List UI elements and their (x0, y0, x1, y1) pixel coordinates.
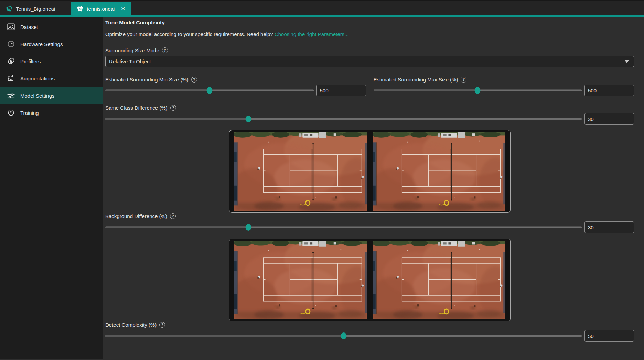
tennis-court-image (373, 241, 505, 319)
svg-text:AI: AI (8, 8, 11, 10)
slider-thumb[interactable] (245, 116, 251, 122)
close-tab-icon[interactable]: ✕ (121, 6, 125, 12)
slider-thumb[interactable] (245, 224, 251, 231)
surrounding-size-mode-select[interactable]: Relative To Object (105, 56, 634, 67)
help-icon[interactable]: ? (162, 47, 168, 53)
tab-bar: AI Tennis_Big.oneai AI tennis.oneai ✕ (0, 0, 644, 15)
slider-thumb[interactable] (341, 332, 346, 339)
help-icon[interactable]: ? (191, 77, 197, 83)
sidebar-item-hardware-settings[interactable]: Hardware Settings (0, 36, 103, 52)
background-difference-label: Background Difference (%) ? (105, 213, 634, 219)
sidebar-item-label: Dataset (20, 24, 38, 30)
tab-label: Tennis_Big.oneai (16, 6, 55, 12)
sidebar-item-label: Training (20, 110, 39, 116)
min-size-slider[interactable] (105, 87, 314, 94)
sidebar-item-dataset[interactable]: Dataset (0, 19, 103, 35)
sidebar-item-training[interactable]: Training (0, 105, 103, 121)
sliders-icon (7, 91, 15, 100)
slider-thumb[interactable] (206, 87, 212, 94)
same-class-difference-input[interactable] (584, 113, 634, 125)
page-description: Optimize your model according to your sp… (105, 31, 634, 37)
detect-complexity-input[interactable] (584, 330, 634, 342)
chevron-down-icon (625, 60, 629, 63)
sidebar: Dataset Hardware Settings Prefilters (0, 15, 103, 359)
max-size-input[interactable] (584, 85, 634, 96)
detect-complexity-slider[interactable] (105, 332, 582, 339)
slider-thumb[interactable] (475, 87, 481, 94)
filter-circles-icon (7, 57, 15, 66)
tennis-court-image (373, 132, 505, 211)
min-size-input[interactable] (316, 85, 366, 96)
surrounding-size-mode-label: Surrounding Size Mode ? (105, 47, 634, 53)
chip-icon (7, 40, 15, 48)
tab-tennis[interactable]: AI tennis.oneai ✕ (71, 2, 130, 15)
max-size-label: Estimated Surrounding Max Size (%) ? (374, 76, 634, 83)
tennis-court-image (234, 241, 367, 319)
help-icon[interactable]: ? (170, 105, 176, 111)
sidebar-item-label: Augmentations (20, 76, 55, 81)
model-settings-panel: Tune Model Complexity Optimize your mode… (103, 15, 644, 359)
sidebar-item-label: Hardware Settings (20, 41, 63, 47)
help-icon[interactable]: ? (159, 322, 165, 328)
background-difference-input[interactable] (584, 221, 634, 233)
ai-chip-icon: AI (76, 5, 84, 12)
brain-icon (7, 108, 15, 117)
background-difference-slider[interactable] (105, 224, 582, 231)
sidebar-item-augmentations[interactable]: Augmentations (0, 70, 103, 87)
sidebar-item-prefilters[interactable]: Prefilters (0, 53, 103, 69)
svg-text:AI: AI (79, 8, 82, 10)
tennis-court-image (234, 132, 367, 211)
parameters-help-link[interactable]: Choosing the right Parameters... (275, 31, 349, 37)
image-icon (7, 22, 15, 31)
help-icon[interactable]: ? (170, 213, 176, 219)
transform-icon (7, 74, 15, 83)
sidebar-item-label: Model Settings (20, 93, 54, 99)
page-title: Tune Model Complexity (105, 20, 634, 26)
selected-option: Relative To Object (109, 58, 151, 64)
help-icon[interactable]: ? (461, 77, 466, 83)
sidebar-item-label: Prefilters (20, 58, 41, 64)
same-class-difference-slider[interactable] (105, 116, 582, 122)
detect-complexity-label: Detect Complexity (%) ? (105, 321, 634, 328)
same-class-preview (229, 130, 511, 213)
background-preview (229, 239, 511, 321)
sidebar-item-model-settings[interactable]: Model Settings (0, 87, 103, 104)
ai-chip-icon: AI (6, 5, 13, 12)
max-size-slider[interactable] (374, 87, 582, 94)
tab-label: tennis.oneai (87, 6, 115, 12)
min-size-label: Estimated Surrounding Min Size (%) ? (105, 76, 366, 83)
same-class-difference-label: Same Class Difference (%) ? (105, 105, 634, 111)
tab-tennis-big[interactable]: AI Tennis_Big.oneai (0, 2, 61, 15)
